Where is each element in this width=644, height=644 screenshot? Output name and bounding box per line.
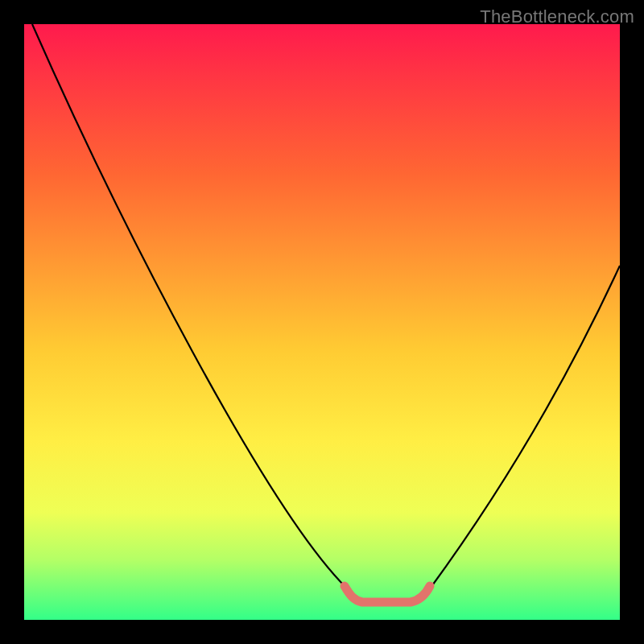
plot-area [24, 24, 620, 620]
valley-highlight [345, 586, 430, 602]
watermark-text: TheBottleneck.com [480, 6, 634, 27]
chart-container: TheBottleneck.com [0, 0, 644, 644]
curve-layer [24, 24, 620, 620]
main-curve [32, 24, 620, 600]
